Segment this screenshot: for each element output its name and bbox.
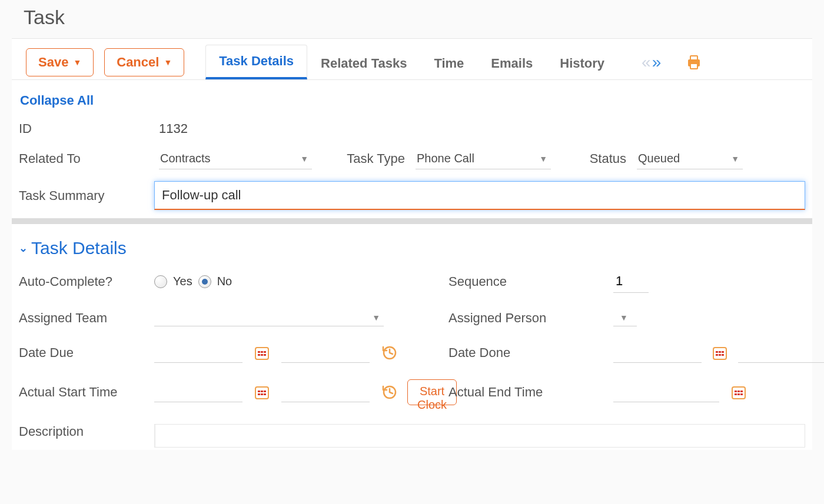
date-due-time-input[interactable] [281, 343, 370, 363]
svg-rect-20 [258, 390, 260, 392]
date-due-date-input[interactable] [154, 343, 242, 363]
date-due-field [154, 343, 407, 363]
sequence-input[interactable] [613, 270, 649, 293]
svg-rect-5 [261, 351, 263, 353]
svg-rect-13 [719, 351, 721, 353]
date-done-field [613, 343, 808, 363]
svg-rect-28 [735, 390, 737, 392]
tab-history[interactable]: History [546, 47, 618, 79]
svg-rect-15 [716, 354, 718, 356]
calendar-icon[interactable] [253, 383, 271, 401]
toolbar: Save ▼ Cancel ▼ Task Details Related Tas… [12, 39, 812, 80]
details-grid: Auto-Complete? Yes No Sequence Assigned … [19, 270, 805, 415]
status-label: Status [556, 151, 632, 166]
svg-rect-17 [722, 354, 724, 356]
tab-related-tasks[interactable]: Related Tasks [307, 47, 420, 79]
description-label: Description [19, 424, 154, 439]
page-title: Task [0, 0, 824, 38]
chevron-down-icon: ▼ [300, 154, 308, 163]
actual-start-date-input[interactable] [154, 382, 242, 402]
cancel-button-label: Cancel [117, 55, 159, 70]
action-button-group: Save ▼ Cancel ▼ [26, 48, 196, 76]
svg-rect-29 [737, 390, 740, 392]
arrow-left-icon[interactable]: « [642, 53, 651, 72]
tab-emails[interactable]: Emails [477, 47, 546, 79]
radio-yes[interactable] [154, 275, 167, 288]
status-select[interactable]: Queued ▼ [637, 148, 743, 169]
tab-time[interactable]: Time [420, 47, 477, 79]
svg-rect-30 [740, 390, 743, 392]
svg-rect-25 [264, 393, 266, 395]
actual-end-label: Actual End Time [448, 385, 613, 400]
svg-rect-4 [258, 351, 260, 353]
clock-history-icon[interactable] [380, 383, 398, 401]
svg-rect-7 [258, 354, 260, 356]
chevron-down-icon: ▼ [620, 313, 628, 322]
save-button-label: Save [38, 55, 68, 70]
section-header-task-details[interactable]: ⌄ Task Details [19, 224, 805, 270]
svg-rect-2 [690, 64, 697, 69]
svg-rect-22 [264, 390, 266, 392]
row-summary: Task Summary [19, 175, 805, 218]
panel-content: Collapse All ID 1132 Related To Contract… [12, 80, 812, 450]
collapse-all-link[interactable]: Collapse All [19, 89, 95, 115]
print-icon[interactable] [685, 53, 703, 72]
section-separator [12, 218, 812, 224]
svg-rect-19 [255, 387, 268, 399]
task-type-value: Phone Call [417, 152, 474, 165]
svg-rect-6 [264, 351, 266, 353]
assigned-person-label: Assigned Person [448, 311, 613, 326]
task-summary-input[interactable] [154, 181, 805, 210]
tab-task-details[interactable]: Task Details [205, 45, 307, 79]
actual-start-field [154, 382, 407, 402]
assigned-team-select[interactable]: ▼ [154, 309, 384, 326]
related-to-value: Contracts [160, 152, 211, 165]
tab-scroll-arrows: « » [627, 53, 675, 72]
related-to-label: Related To [19, 151, 154, 166]
svg-rect-21 [261, 390, 263, 392]
chevron-down-icon: ▼ [731, 154, 739, 163]
arrow-right-icon[interactable]: » [652, 53, 662, 72]
svg-rect-3 [255, 348, 268, 359]
svg-rect-14 [722, 351, 724, 353]
actual-start-time-input[interactable] [281, 382, 370, 402]
radio-no-label: No [217, 275, 232, 288]
date-done-label: Date Done [448, 345, 613, 361]
cancel-button[interactable]: Cancel ▼ [104, 48, 184, 76]
radio-no[interactable] [198, 275, 211, 288]
date-due-label: Date Due [19, 345, 154, 361]
task-summary-label: Task Summary [19, 188, 154, 203]
task-panel: Save ▼ Cancel ▼ Task Details Related Tas… [12, 38, 812, 450]
svg-rect-8 [261, 354, 263, 356]
svg-rect-32 [737, 393, 740, 395]
calendar-icon[interactable] [730, 383, 747, 401]
id-value: 1132 [159, 121, 805, 136]
id-label: ID [19, 121, 154, 136]
task-type-select[interactable]: Phone Call ▼ [416, 148, 551, 169]
auto-complete-label: Auto-Complete? [19, 274, 154, 289]
svg-rect-23 [258, 393, 260, 395]
calendar-icon[interactable] [253, 344, 271, 362]
radio-yes-label: Yes [173, 275, 192, 288]
chevron-down-icon: ▼ [372, 313, 380, 322]
description-textarea[interactable] [154, 424, 805, 448]
svg-rect-33 [740, 393, 743, 395]
date-done-date-input[interactable] [613, 343, 702, 363]
svg-rect-12 [716, 351, 718, 353]
row-id: ID 1132 [19, 115, 805, 142]
task-type-label: Task Type [317, 151, 411, 166]
save-button[interactable]: Save ▼ [26, 48, 94, 76]
calendar-icon[interactable] [712, 344, 727, 362]
assigned-team-label: Assigned Team [19, 311, 154, 326]
clock-history-icon[interactable] [380, 344, 398, 362]
chevron-down-icon: ▼ [164, 58, 172, 67]
date-done-time-input[interactable] [738, 343, 824, 363]
assigned-person-select[interactable]: ▼ [613, 309, 637, 326]
row-description: Description [19, 415, 805, 448]
actual-end-date-input[interactable] [613, 382, 719, 402]
related-to-select[interactable]: Contracts ▼ [159, 148, 312, 169]
chevron-down-icon: ▼ [73, 58, 81, 67]
svg-rect-11 [713, 348, 726, 359]
actual-end-field [613, 382, 808, 402]
row-meta: Related To Contracts ▼ Task Type Phone C… [19, 142, 805, 175]
